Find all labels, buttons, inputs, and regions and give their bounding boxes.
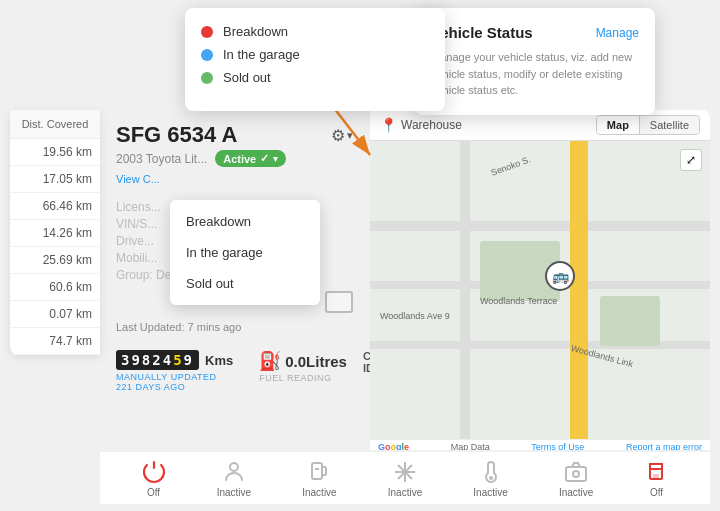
- map-label-1: Senoko S.: [490, 154, 532, 178]
- bottom-icons-bar: Off Inactive Inactive: [100, 450, 710, 504]
- person-icon: [222, 460, 246, 484]
- svg-rect-2: [312, 463, 322, 479]
- garage-label: In the garage: [223, 47, 300, 62]
- power-item[interactable]: Off: [142, 460, 166, 498]
- status-garage: In the garage: [201, 47, 429, 62]
- map-expand-btn[interactable]: ⤢: [680, 149, 702, 171]
- status-breakdown: Breakdown: [201, 24, 429, 39]
- vin-label: VIN/S...: [116, 217, 171, 231]
- dist-item: 66.46 km: [10, 193, 100, 220]
- vehicle-plate: SFG 6534 A: [116, 122, 237, 148]
- map-footer: Google Map Data Terms of Use Report a ma…: [370, 439, 710, 450]
- fuel-icon: [307, 460, 331, 484]
- dist-header: Dist. Covered: [10, 110, 100, 139]
- dropdown-breakdown[interactable]: Breakdown: [170, 206, 320, 237]
- satellite-tab[interactable]: Satellite: [639, 116, 699, 134]
- camera-item[interactable]: Inactive: [559, 460, 593, 498]
- popup-body: Manage your vehicle status, viz. add new…: [431, 49, 639, 99]
- person-item[interactable]: Inactive: [217, 460, 251, 498]
- report-label[interactable]: Report a map error: [626, 442, 702, 450]
- camera-icon: [564, 460, 588, 484]
- odometer-digits: 3982459: [116, 350, 199, 370]
- map-vehicle-pin: 🚌: [545, 261, 575, 291]
- person-label: Inactive: [217, 487, 251, 498]
- soldout-dot: [201, 72, 213, 84]
- active-label: Active: [223, 153, 256, 165]
- snowflake-icon: [393, 460, 417, 484]
- fuel-label-bar: Inactive: [302, 487, 336, 498]
- snowflake-item[interactable]: Inactive: [388, 460, 422, 498]
- map-toolbar: 📍 Warehouse Map Satellite: [370, 110, 710, 141]
- dropdown-soldout[interactable]: Sold out: [170, 268, 320, 299]
- last-updated: Last Updated: 7 mins ago: [100, 317, 369, 341]
- dist-item: 0.07 km: [10, 301, 100, 328]
- breakdown-dot: [201, 26, 213, 38]
- dist-item: 19.56 km: [10, 139, 100, 166]
- svg-point-1: [230, 463, 238, 471]
- snowflake-label: Inactive: [388, 487, 422, 498]
- svg-rect-10: [566, 467, 586, 481]
- dist-item: 60.6 km: [10, 274, 100, 301]
- manage-link[interactable]: Manage: [596, 26, 639, 40]
- status-tooltip-card: Breakdown In the garage Sold out: [185, 8, 445, 111]
- google-label: Google: [378, 442, 409, 450]
- view-link[interactable]: View C...: [116, 173, 160, 185]
- odometer-section: 3982459 Kms MANUALLY UPDATED 221 DAYS AG…: [116, 350, 233, 392]
- breakdown-label: Breakdown: [223, 24, 288, 39]
- map-visual[interactable]: 🚌 ⤢ Senoko S. Woodlands Ave 9 Woodlands …: [370, 141, 710, 439]
- fuel-section: ⛽ 0.0Litres FUEL READING: [259, 350, 347, 383]
- vehicle-header: SFG 6534 A ⚙ ▾ 2003 Toyota Lit... Active…: [100, 110, 369, 194]
- dist-item: 14.26 km: [10, 220, 100, 247]
- vehicle-status-popup: Vehicle Status Manage Manage your vehicl…: [415, 8, 655, 115]
- license-label: Licens...: [116, 200, 171, 214]
- svg-point-11: [573, 471, 579, 477]
- dist-sidebar: Dist. Covered 19.56 km 17.05 km 66.46 km…: [10, 110, 100, 355]
- soldout-label: Sold out: [223, 70, 271, 85]
- garage-dot: [201, 49, 213, 61]
- popup-title: Vehicle Status: [431, 24, 533, 41]
- thermometer-item[interactable]: Inactive: [473, 460, 507, 498]
- map-label-2: Woodlands Ave 9: [380, 311, 450, 321]
- vehicle-model: 2003 Toyota Lit...: [116, 152, 207, 166]
- map-container: 📍 Warehouse Map Satellite 🚌 ⤢: [370, 110, 710, 450]
- dist-item: 25.69 km: [10, 247, 100, 274]
- mobile-label: Mobili...: [116, 251, 171, 265]
- power-label: Off: [147, 487, 160, 498]
- terms-label[interactable]: Terms of Use: [531, 442, 584, 450]
- status-dropdown: Breakdown In the garage Sold out: [170, 200, 320, 305]
- status-list: Breakdown In the garage Sold out: [201, 24, 429, 85]
- camera-label: Inactive: [559, 487, 593, 498]
- map-data-label: Map Data: [451, 442, 490, 450]
- driver-label: Drive...: [116, 234, 171, 248]
- gear-button[interactable]: ⚙ ▾: [331, 126, 353, 145]
- printer-label: Off: [650, 487, 663, 498]
- thermometer-label: Inactive: [473, 487, 507, 498]
- power-icon: [142, 460, 166, 484]
- svg-point-8: [403, 470, 407, 474]
- odometer-unit: Kms: [205, 353, 233, 368]
- map-toggle: Map Satellite: [596, 115, 700, 135]
- status-soldout: Sold out: [201, 70, 429, 85]
- dropdown-garage[interactable]: In the garage: [170, 237, 320, 268]
- odometer-value: 3982459: [121, 352, 194, 368]
- active-badge[interactable]: Active ✓ ▾: [215, 150, 286, 167]
- printer-icon: [644, 460, 668, 484]
- printer-item[interactable]: Off: [644, 460, 668, 498]
- svg-point-9: [489, 476, 493, 480]
- fuel-item[interactable]: Inactive: [302, 460, 336, 498]
- map-label-3: Woodlands Terrace: [480, 296, 557, 306]
- odometer-sub: MANUALLY UPDATED 221 DAYS AGO: [116, 372, 233, 392]
- location-name: Warehouse: [401, 118, 462, 132]
- map-location: 📍 Warehouse: [380, 117, 462, 133]
- map-tab[interactable]: Map: [597, 116, 639, 134]
- dist-item: 74.7 km: [10, 328, 100, 355]
- thermometer-icon: [479, 460, 503, 484]
- fuel-label: FUEL READING: [259, 373, 347, 383]
- camera-placeholder: [325, 291, 353, 313]
- metrics-section: 3982459 Kms MANUALLY UPDATED 221 DAYS AG…: [100, 341, 369, 400]
- svg-rect-13: [653, 474, 659, 478]
- fuel-value: 0.0Litres: [285, 353, 347, 370]
- dist-item: 17.05 km: [10, 166, 100, 193]
